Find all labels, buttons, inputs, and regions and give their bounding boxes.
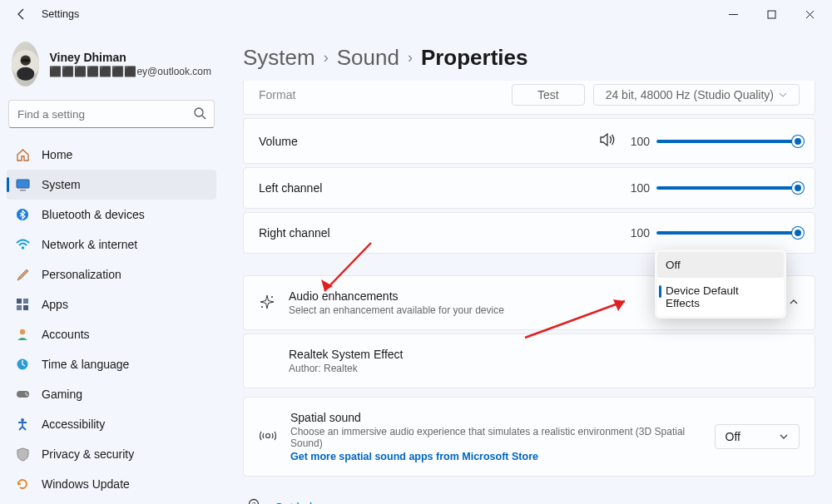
sidebar-item-accounts[interactable]: Accounts xyxy=(7,319,216,349)
sidebar-item-label: Apps xyxy=(42,298,68,311)
sidebar-item-gaming[interactable]: Gaming xyxy=(7,379,216,409)
dropdown-option-off[interactable]: Off xyxy=(657,252,784,278)
sidebar-item-accessibility[interactable]: Accessibility xyxy=(7,409,216,439)
wifi-icon xyxy=(15,237,30,252)
sparkle-icon xyxy=(259,294,275,313)
svg-rect-13 xyxy=(23,299,28,304)
sidebar-item-label: Home xyxy=(42,148,72,161)
chevron-right-icon: › xyxy=(408,49,413,67)
shield-icon xyxy=(15,447,30,462)
svg-point-5 xyxy=(17,67,34,81)
format-label: Format xyxy=(259,88,295,101)
sidebar-item-label: Network & internet xyxy=(42,238,137,251)
svg-point-24 xyxy=(266,433,270,437)
audio-enhancements-row[interactable]: Audio enhancements Select an enhancement… xyxy=(243,275,815,330)
sidebar-item-label: Personalization xyxy=(42,268,121,281)
format-select[interactable]: 24 bit, 48000 Hz (Studio Quality) xyxy=(593,84,800,106)
breadcrumb-sound[interactable]: Sound xyxy=(337,45,399,71)
sidebar-item-time[interactable]: Time & language xyxy=(7,349,216,379)
user-name: Viney Dhiman xyxy=(49,51,211,64)
speaker-icon[interactable] xyxy=(600,132,617,150)
bluetooth-icon xyxy=(15,207,30,222)
right-channel-value: 100 xyxy=(625,226,650,240)
svg-rect-8 xyxy=(17,180,29,188)
minimize-button[interactable] xyxy=(714,1,752,27)
apps-icon xyxy=(15,297,30,312)
svg-rect-14 xyxy=(17,305,22,310)
left-channel-slider[interactable] xyxy=(656,186,800,190)
volume-value: 100 xyxy=(625,135,650,148)
dropdown-option-default[interactable]: Device Default Effects xyxy=(657,278,784,316)
close-icon xyxy=(805,10,815,19)
audio-enhancements-title: Audio enhancements xyxy=(289,289,504,303)
sidebar-item-label: Gaming xyxy=(42,388,82,401)
volume-slider[interactable] xyxy=(656,140,800,143)
sidebar-item-label: Accessibility xyxy=(42,418,105,431)
sidebar-item-label: Time & language xyxy=(42,358,129,371)
sidebar-item-label: Privacy & security xyxy=(42,447,134,461)
update-icon xyxy=(15,477,30,492)
page-title: Properties xyxy=(421,45,528,71)
svg-rect-15 xyxy=(23,305,28,310)
right-channel-label: Right channel xyxy=(259,226,330,240)
window-title: Settings xyxy=(42,8,79,20)
person-icon xyxy=(15,327,30,342)
sidebar-item-privacy[interactable]: Privacy & security xyxy=(7,439,216,469)
sidebar-item-update[interactable]: Windows Update xyxy=(7,469,216,499)
svg-point-22 xyxy=(271,296,273,298)
user-profile[interactable]: Viney Dhiman ⬛⬛⬛⬛⬛⬛⬛ey@outlook.com xyxy=(7,33,216,100)
left-channel-row: Left channel 100 xyxy=(243,167,815,209)
svg-line-7 xyxy=(202,116,206,119)
sidebar-item-label: Bluetooth & devices xyxy=(42,208,145,221)
spatial-store-link[interactable]: Get more spatial sound apps from Microso… xyxy=(290,451,701,462)
sidebar-item-personalization[interactable]: Personalization xyxy=(7,259,216,289)
avatar xyxy=(12,42,39,86)
arrow-left-icon xyxy=(15,7,28,21)
close-button[interactable] xyxy=(790,1,829,27)
sidebar-item-network[interactable]: Network & internet xyxy=(7,230,216,259)
left-channel-value: 100 xyxy=(625,181,650,195)
globe-clock-icon xyxy=(15,357,30,372)
spatial-sound-row: Spatial sound Choose an immersive audio … xyxy=(243,397,815,477)
right-channel-slider[interactable] xyxy=(656,231,800,235)
svg-rect-18 xyxy=(17,391,29,398)
gamepad-icon xyxy=(15,387,30,402)
svg-point-11 xyxy=(21,246,24,250)
realtek-effect-row[interactable]: Realtek System Effect Author: Realtek xyxy=(243,334,815,388)
sidebar-item-bluetooth[interactable]: Bluetooth & devices xyxy=(7,200,216,230)
sidebar-item-system[interactable]: System xyxy=(7,170,216,200)
back-button[interactable] xyxy=(10,2,33,26)
svg-point-20 xyxy=(26,394,27,396)
svg-point-16 xyxy=(20,329,25,334)
svg-rect-1 xyxy=(768,11,775,18)
maximize-button[interactable] xyxy=(752,1,790,27)
chevron-down-icon xyxy=(779,432,789,442)
test-button[interactable]: Test xyxy=(512,84,585,106)
search-input[interactable] xyxy=(8,100,215,128)
volume-label: Volume xyxy=(259,135,298,148)
enhancements-dropdown: Off Device Default Effects xyxy=(655,250,786,319)
spatial-select[interactable]: Off xyxy=(715,424,800,449)
format-row: Format Test 24 bit, 48000 Hz (Studio Qua… xyxy=(243,81,815,115)
right-channel-row: Right channel 100 xyxy=(243,212,815,254)
svg-point-23 xyxy=(261,306,263,308)
svg-point-21 xyxy=(21,418,24,422)
realtek-title: Realtek System Effect xyxy=(289,348,800,361)
volume-row: Volume 100 xyxy=(243,118,815,164)
svg-point-6 xyxy=(195,108,203,116)
sidebar-item-label: Accounts xyxy=(42,328,90,341)
audio-enhancements-sub: Select an enhancement available for your… xyxy=(289,304,504,316)
accessibility-icon xyxy=(15,417,30,432)
get-help-link[interactable]: ? Get help xyxy=(246,493,815,504)
maximize-icon xyxy=(767,10,776,19)
help-icon: ? xyxy=(248,498,263,504)
chevron-down-icon xyxy=(779,91,787,99)
breadcrumb-system[interactable]: System xyxy=(243,45,315,71)
spatial-title: Spatial sound xyxy=(290,411,701,424)
sidebar-item-apps[interactable]: Apps xyxy=(7,289,216,319)
realtek-author: Author: Realtek xyxy=(289,363,800,374)
system-icon xyxy=(15,177,30,192)
chevron-right-icon: › xyxy=(324,49,329,67)
breadcrumb: System › Sound › Properties xyxy=(243,45,815,71)
sidebar-item-home[interactable]: Home xyxy=(7,140,216,170)
